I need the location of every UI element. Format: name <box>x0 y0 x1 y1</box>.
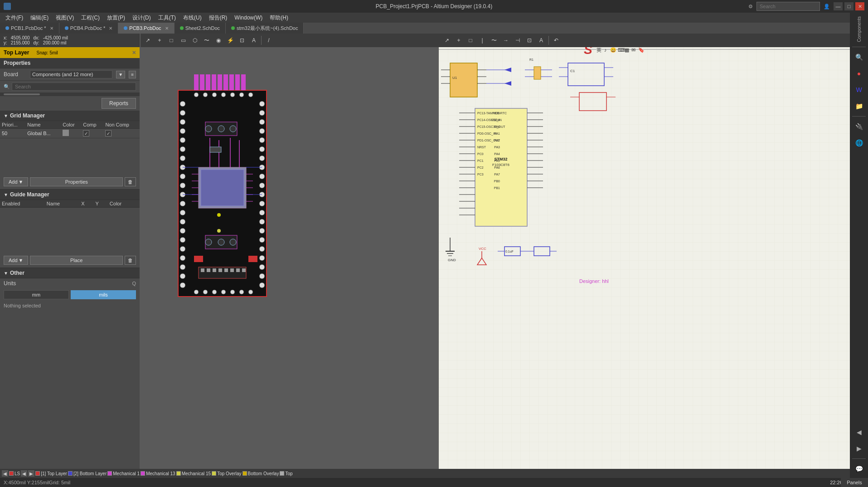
units-search-icon[interactable]: Q <box>132 281 136 286</box>
sch-select[interactable]: ↗ <box>441 35 452 46</box>
menu-design[interactable]: 设计(D) <box>129 13 155 23</box>
layer-item-top-overlay[interactable]: Top Overlay <box>212 471 241 476</box>
panels-button[interactable]: Panels <box>841 478 868 487</box>
guide-add-button[interactable]: Add ▼ <box>4 256 28 265</box>
arrow-right-btn[interactable]: ▶ <box>851 441 867 456</box>
menu-help[interactable]: 帮助(H) <box>266 13 292 23</box>
snap-close-icon[interactable]: ✕ <box>132 50 136 56</box>
grid-add-label: Add <box>9 179 18 185</box>
svg-rect-118 <box>450 63 477 97</box>
toolbar-shape[interactable]: ▭ <box>178 35 189 46</box>
browser-btn[interactable]: ● <box>851 66 867 81</box>
menu-window[interactable]: Window(W) <box>231 14 266 22</box>
layer-indicator[interactable]: Top Layer Snap: 5mil ✕ <box>0 47 140 58</box>
tab-pcb4[interactable]: PCB4.PcbDoc * ✕ <box>59 23 119 34</box>
grid-manager-header[interactable]: ▼ Grid Manager <box>0 111 140 121</box>
components-value[interactable]: Components (and 12 more) <box>30 70 112 78</box>
menu-edit[interactable]: 编辑(E) <box>27 13 52 23</box>
grid-delete-button[interactable]: 🗑 <box>125 177 136 186</box>
word-btn[interactable]: W <box>851 83 867 97</box>
layer-scroll-right[interactable]: ▶ <box>28 470 34 477</box>
globe-btn[interactable]: 🌐 <box>851 136 867 150</box>
filter-button[interactable]: ▼ <box>116 71 125 78</box>
layer-scroll-left2[interactable]: ◀ <box>21 470 27 477</box>
tab-pcb1[interactable]: PCB1.PcbDoc * ✕ <box>0 23 59 34</box>
tab-close-icon[interactable]: ✕ <box>109 26 112 31</box>
menu-place[interactable]: 放置(P) <box>103 13 129 23</box>
color-swatch[interactable] <box>63 130 69 136</box>
table-row[interactable]: 50 Global B... <box>0 129 140 138</box>
sch-add[interactable]: + <box>453 35 464 46</box>
sch-wire[interactable]: 〜 <box>489 35 499 46</box>
arrow-left-btn[interactable]: ◀ <box>851 425 867 439</box>
tab-sheet2[interactable]: Sheet2.SchDoc <box>175 23 226 34</box>
guide-place-button[interactable]: Place <box>30 256 123 265</box>
components-label[interactable]: Components <box>857 15 862 44</box>
svg-point-28 <box>180 264 185 270</box>
plugin-btn[interactable]: 🔌 <box>851 119 867 134</box>
noncomp-checkbox[interactable] <box>105 130 112 136</box>
sch-pin[interactable]: ⊣ <box>512 35 523 46</box>
chat-btn[interactable]: 💬 <box>851 462 867 476</box>
layer-scroll-left[interactable]: ◀ <box>2 470 8 477</box>
menu-view[interactable]: 视图(V) <box>52 13 78 23</box>
grid-properties-button[interactable]: Properties <box>30 177 123 186</box>
toolbar-text[interactable]: A <box>248 35 259 46</box>
tab-close-icon[interactable]: ✕ <box>50 26 53 31</box>
grid-add-button[interactable]: Add ▼ <box>4 177 28 186</box>
sch-bus[interactable]: ⊡ <box>524 35 535 46</box>
other-header[interactable]: ▼ Other <box>0 268 140 278</box>
reports-button[interactable]: Reports <box>102 98 136 109</box>
comp-checkbox[interactable] <box>83 130 89 136</box>
toolbar-dim[interactable]: ⊡ <box>237 35 247 46</box>
layer-item-mech1[interactable]: Mechanical 1 <box>107 471 140 476</box>
sch-rect[interactable]: □ <box>465 35 476 46</box>
layer-item-ls[interactable]: LS <box>9 471 20 476</box>
maximize-button[interactable]: □ <box>844 2 853 10</box>
layer-item-bottom[interactable]: [2] Bottom Layer <box>68 471 107 476</box>
sch-sep1 <box>548 36 549 45</box>
close-button[interactable]: ✕ <box>855 2 864 10</box>
pcb-canvas[interactable] <box>140 34 439 478</box>
toolbar-rect[interactable]: □ <box>166 35 177 46</box>
mm-button[interactable]: mm <box>4 290 69 299</box>
layer-item-toplayer-label[interactable]: Top <box>280 471 292 476</box>
guide-manager-header[interactable]: ▼ Guide Manager <box>0 190 140 200</box>
search-input[interactable] <box>756 2 820 11</box>
layer-item-mech13[interactable]: Mechanical 13 <box>141 471 175 476</box>
menu-tools[interactable]: 工具(T) <box>155 13 179 23</box>
account-icon[interactable]: 👤 <box>824 4 830 10</box>
expand-button[interactable]: ≡ <box>129 71 136 78</box>
guide-delete-button[interactable]: 🗑 <box>125 256 136 265</box>
sch-shape[interactable]: | <box>477 35 488 46</box>
toolbar-poly[interactable]: ⬡ <box>189 35 200 46</box>
sch-zoom-out[interactable]: ↶ <box>551 35 562 46</box>
toolbar-cursor[interactable]: / <box>263 35 274 46</box>
menu-route[interactable]: 布线(U) <box>179 13 205 23</box>
tab-pcb3[interactable]: PCB3.PcbDoc ✕ <box>118 23 174 34</box>
toolbar-track[interactable]: ⚡ <box>225 35 236 46</box>
scroll-handle[interactable] <box>0 93 140 96</box>
toolbar-wave[interactable]: 〜 <box>201 35 212 46</box>
toolbar-add[interactable]: + <box>154 35 165 46</box>
menu-project[interactable]: 工程(C) <box>78 13 103 23</box>
menu-file[interactable]: 文件(F) <box>2 13 27 23</box>
menu-reports[interactable]: 报告(R) <box>205 13 231 23</box>
sch-text[interactable]: A <box>536 35 547 46</box>
search-input[interactable] <box>12 83 136 91</box>
sch-canvas[interactable]: S 英 ♪ 😀 ⌨ ▩ ✉ 🔖 U1 R1 <box>439 34 850 478</box>
files-btn[interactable]: 📁 <box>851 99 867 113</box>
tab-close-icon[interactable]: ✕ <box>165 26 169 31</box>
settings-icon[interactable]: ⚙ <box>748 4 753 10</box>
svg-point-81 <box>212 290 217 294</box>
mils-button[interactable]: mils <box>71 290 136 299</box>
layer-item-mech15[interactable]: Mechanical 15 <box>176 471 211 476</box>
layer-item-top[interactable]: [1] Top Layer <box>35 471 67 476</box>
toolbar-pad[interactable]: ◉ <box>213 35 224 46</box>
minimize-button[interactable]: — <box>834 2 843 10</box>
toolbar-select[interactable]: ↗ <box>142 35 153 46</box>
search-right-btn[interactable]: 🔍 <box>851 50 867 64</box>
sch-net[interactable]: → <box>500 35 511 46</box>
tab-stm32[interactable]: stm32最小系统~(4).SchDoc <box>226 23 304 34</box>
layer-item-bottom-overlay[interactable]: Bottom Overlay <box>242 471 279 476</box>
